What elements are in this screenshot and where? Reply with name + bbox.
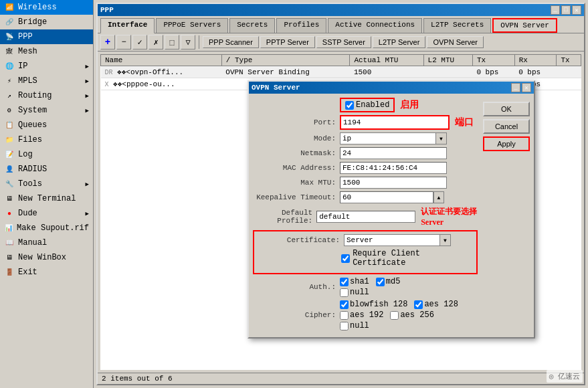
col-actual-mtu: Actual MTU <box>350 55 423 66</box>
mode-row: Mode: ip ▼ <box>253 132 478 144</box>
sidebar-item-tools[interactable]: 🔧 Tools ▶ <box>0 177 93 191</box>
port-input[interactable] <box>341 116 448 128</box>
mac-row: MAC Address: <box>253 162 478 174</box>
cipher-aes256-item: aes 256 <box>390 310 433 320</box>
sidebar-item-log[interactable]: 📝 Log <box>0 147 93 162</box>
sidebar-item-dude[interactable]: ● Dude ▶ <box>0 206 93 221</box>
tab-ovpn-server[interactable]: OVPN Server <box>492 18 557 33</box>
terminal-icon: 🖥 <box>4 193 15 204</box>
certificate-select[interactable]: Server ▼ <box>344 234 451 246</box>
port-row: Port: 端口 <box>253 115 478 130</box>
sidebar-item-mpls[interactable]: ⚡ MPLS ▶ <box>0 74 93 88</box>
tab-bar: Interface PPPoE Servers Secrets Profiles… <box>98 16 584 33</box>
sidebar-item-wireless[interactable]: 📶 Wireless <box>0 0 93 15</box>
tab-profiles[interactable]: Profiles <box>276 18 326 33</box>
col-l2mtu: L2 MTU <box>423 55 472 66</box>
table-row[interactable]: DR ❖❖<ovpn-Offi... OVPN Server Binding 1… <box>101 66 581 78</box>
default-profile-input[interactable] <box>316 211 415 223</box>
keepalive-input[interactable] <box>340 191 433 203</box>
enabled-checkbox[interactable] <box>345 101 354 110</box>
tools-icon: 🔧 <box>4 179 15 189</box>
sidebar-item-newterminal[interactable]: 🖥 New Terminal <box>0 191 93 206</box>
annotation-cert-label: 认证证书要选择Server <box>421 206 478 227</box>
separator <box>199 35 199 49</box>
require-client-cert-checkbox[interactable] <box>341 254 350 263</box>
log-icon: 📝 <box>4 149 15 160</box>
ovpn-dialog: OVPN Server _ ✕ Enabled <box>248 80 535 338</box>
minimize-button[interactable]: _ <box>551 5 560 15</box>
cipher-aes192-item: aes 192 <box>340 310 383 320</box>
ppp-scanner-button[interactable]: PPP Scanner <box>203 36 259 48</box>
mpls-icon: ⚡ <box>4 76 15 86</box>
sidebar-item-ip[interactable]: 🌐 IP ▶ <box>0 59 93 74</box>
tab-active-connections[interactable]: Active Connections <box>328 18 422 33</box>
sidebar-item-queues[interactable]: 📋 Queues <box>0 118 93 132</box>
tab-pppoe-servers[interactable]: PPPoE Servers <box>156 18 228 33</box>
sidebar-item-system[interactable]: ⚙ System ▶ <box>0 103 93 118</box>
auth-sha1-item: sha1 <box>340 277 369 286</box>
mode-select[interactable]: ip ▼ <box>340 132 447 144</box>
auth-md5-checkbox[interactable] <box>376 278 385 286</box>
sstp-server-button[interactable]: SSTP Server <box>316 36 371 48</box>
dialog-minimize-button[interactable]: _ <box>511 83 520 92</box>
status-bar: 2 items out of 6 <box>98 373 584 384</box>
mode-label: Mode: <box>253 134 340 142</box>
tab-l2tp-secrets[interactable]: L2TP Secrets <box>423 18 491 33</box>
cipher-null-checkbox[interactable] <box>340 322 349 330</box>
enable-button[interactable]: ✓ <box>132 35 147 50</box>
cipher-aes192-checkbox[interactable] <box>340 311 349 320</box>
dialog-body: Enabled 启用 Port: 端口 <box>249 94 534 337</box>
system-icon: ⚙ <box>4 105 15 116</box>
sidebar-item-radius[interactable]: 👤 RADIUS <box>0 162 93 177</box>
remove-button[interactable]: − <box>116 35 131 50</box>
sidebar-item-makesupout[interactable]: 📊 Make Supout.rif <box>0 221 93 235</box>
certificate-row: Certificate: Server ▼ <box>257 234 474 246</box>
keepalive-label: Keepalive Timeout: <box>253 193 340 201</box>
mac-input[interactable] <box>340 162 447 174</box>
enabled-label: Enabled <box>356 100 389 110</box>
sidebar-item-bridge[interactable]: 🔗 Bridge <box>0 15 93 29</box>
col-name: Name <box>101 55 222 66</box>
netmask-row: Netmask: <box>253 147 478 159</box>
apply-button[interactable]: Apply <box>483 136 530 151</box>
sidebar-item-newwinbox[interactable]: 🖥 New WinBox <box>0 250 93 265</box>
sidebar-item-files[interactable]: 📁 Files <box>0 132 93 147</box>
sidebar-item-mesh[interactable]: 🕸 Mesh <box>0 44 93 59</box>
l2tp-server-button[interactable]: L2TP Server <box>373 36 426 48</box>
disable-button[interactable]: ✗ <box>149 35 163 50</box>
keepalive-scroll-up[interactable]: ▲ <box>433 191 444 203</box>
sidebar-item-ppp[interactable]: 📡 PPP <box>0 29 93 44</box>
tab-secrets[interactable]: Secrets <box>229 18 275 33</box>
col-tx2: Tx <box>557 55 581 66</box>
max-mtu-input[interactable] <box>340 177 447 189</box>
dialog-close-button[interactable]: ✕ <box>522 83 531 92</box>
sidebar-item-manual[interactable]: 📖 Manual <box>0 235 93 250</box>
netmask-input[interactable] <box>340 147 447 159</box>
cancel-button[interactable]: Cancel <box>483 119 530 134</box>
pptp-server-button[interactable]: PPTP Server <box>260 36 315 48</box>
routing-icon: ↗ <box>4 90 15 101</box>
auth-null-checkbox[interactable] <box>340 288 349 297</box>
copy-button[interactable]: ⬚ <box>165 35 179 50</box>
sidebar-item-exit[interactable]: 🚪 Exit <box>0 265 93 280</box>
auth-null-item: null <box>340 288 400 297</box>
max-mtu-label: Max MTU: <box>253 179 340 187</box>
cipher-aes128-checkbox[interactable] <box>414 300 423 309</box>
mode-select-arrow: ▼ <box>435 133 446 144</box>
maximize-button[interactable]: □ <box>561 5 571 15</box>
certificate-label: Certificate: <box>257 236 344 244</box>
ovpn-server-toolbar-button[interactable]: OVPN Server <box>427 36 484 48</box>
col-type: / Type <box>221 55 350 66</box>
mesh-icon: 🕸 <box>4 46 15 57</box>
close-button[interactable]: ✕ <box>572 5 581 15</box>
tab-interface[interactable]: Interface <box>100 18 155 33</box>
cipher-blowfish128-checkbox[interactable] <box>340 300 349 309</box>
auth-sha1-checkbox[interactable] <box>340 278 349 286</box>
dialog-form: Enabled 启用 Port: 端口 <box>253 98 478 333</box>
ok-button[interactable]: OK <box>483 102 530 116</box>
cipher-aes256-checkbox[interactable] <box>390 311 399 320</box>
filter-button[interactable]: ▽ <box>181 35 195 50</box>
annotation-enabled: 启用 <box>400 99 419 111</box>
add-button[interactable]: + <box>100 35 115 50</box>
sidebar-item-routing[interactable]: ↗ Routing ▶ <box>0 88 93 103</box>
